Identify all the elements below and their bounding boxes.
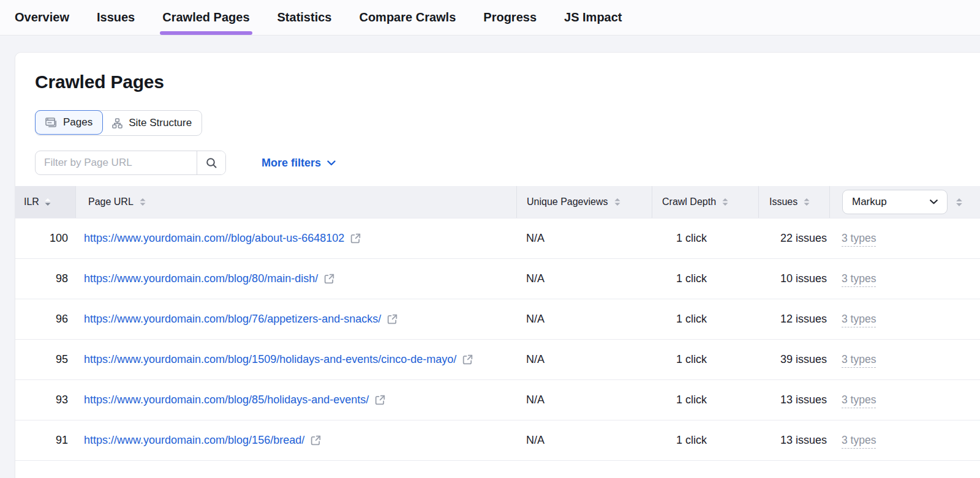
table-header: ILR Page URL Unique Page [15,186,980,218]
column-label: Unique Pageviews [527,196,608,207]
markup-types-link[interactable]: 3 types [842,394,876,408]
top-nav: Overview Issues Crawled Pages Statistics… [0,0,980,35]
tab-progress[interactable]: Progress [483,0,537,35]
page-url-cell: https://www.yourdomain.com/blog/85/holid… [75,392,516,408]
pages-view-button[interactable]: Pages [35,110,103,135]
ilr-value: 98 [15,272,75,285]
column-header-crawl-depth[interactable]: Crawl Depth [652,186,758,218]
sort-icon [140,198,146,206]
external-link-icon[interactable] [462,354,473,365]
tab-label: JS Impact [564,10,622,24]
url-filter-input[interactable] [36,151,197,174]
filter-row: More filters [35,151,980,175]
unique-pageviews-value: N/A [516,434,652,447]
sort-icon[interactable] [956,198,963,207]
column-header-markup: Markup [829,186,980,218]
issues-value: 22 issues [758,232,829,245]
column-label: Issues [769,196,797,207]
markup-types-link[interactable]: 3 types [842,232,876,247]
issues-value: 10 issues [758,272,829,285]
table-row: 96 https://www.yourdomain.com/blog/76/ap… [15,299,980,339]
search-button[interactable] [197,151,225,174]
chevron-down-icon [930,200,938,204]
table-row-partial [15,460,980,474]
crawled-pages-panel: Crawled Pages Pages [15,52,980,478]
issues-value: 12 issues [758,313,829,326]
ilr-value: 96 [15,313,75,326]
tab-issues[interactable]: Issues [97,0,135,35]
markup-cell: 3 types [829,313,980,326]
table-row: 91 https://www.yourdomain.com/blog/156/b… [15,420,980,460]
tab-statistics[interactable]: Statistics [277,0,332,35]
column-header-issues[interactable]: Issues [758,186,829,218]
pages-view-label: Pages [63,116,92,129]
page-url-link[interactable]: https://www.yourdomain.com/blog/156/brea… [84,433,304,448]
markup-cell: 3 types [829,394,980,406]
markup-types-link[interactable]: 3 types [842,353,876,368]
column-header-ilr[interactable]: ILR [15,186,75,218]
column-label: Page URL [88,196,134,207]
unique-pageviews-value: N/A [516,272,652,285]
markup-cell: 3 types [829,434,980,447]
ilr-value: 95 [15,353,75,366]
external-link-icon[interactable] [386,313,398,325]
page-title: Crawled Pages [35,71,980,93]
unique-pageviews-value: N/A [516,394,652,406]
crawl-depth-value: 1 click [652,313,758,326]
more-filters-label: More filters [262,157,321,170]
crawl-depth-value: 1 click [652,272,758,285]
page-url-link[interactable]: https://www.yourdomain.com//blog/about-u… [84,231,344,246]
page-url-link[interactable]: https://www.yourdomain.com/blog/1509/hol… [84,352,456,367]
tab-label: Progress [483,10,537,24]
tab-compare-crawls[interactable]: Compare Crawls [359,0,456,35]
page-url-cell: https://www.yourdomain.com/blog/80/main-… [75,271,516,286]
tab-overview[interactable]: Overview [15,0,69,35]
site-structure-view-label: Site Structure [129,117,192,129]
search-icon [206,157,217,169]
markup-cell: 3 types [829,353,980,366]
crawl-depth-value: 1 click [652,353,758,366]
tab-label: Statistics [277,10,332,24]
external-link-icon[interactable] [350,233,361,244]
chevron-down-icon [327,160,336,166]
column-label: ILR [24,196,39,207]
page-url-cell: https://www.yourdomain.com//blog/about-u… [75,231,516,246]
issues-value: 39 issues [758,353,829,366]
unique-pageviews-value: N/A [516,232,652,245]
column-label: Crawl Depth [662,196,716,207]
site-structure-view-button[interactable]: Site Structure [102,111,202,135]
markup-types-link[interactable]: 3 types [842,272,876,287]
tab-label: Issues [97,10,135,24]
external-link-icon[interactable] [323,273,335,285]
column-header-unique-pageviews[interactable]: Unique Pageviews [516,186,652,218]
markup-select-value: Markup [852,196,887,208]
page-url-link[interactable]: https://www.yourdomain.com/blog/76/appet… [84,312,381,327]
table-row: 95 https://www.yourdomain.com/blog/1509/… [15,339,980,379]
markup-types-link[interactable]: 3 types [842,313,876,327]
table-row: 100 https://www.yourdomain.com//blog/abo… [15,218,980,258]
ilr-value: 100 [15,232,75,245]
markup-types-link[interactable]: 3 types [842,434,876,449]
page-url-link[interactable]: https://www.yourdomain.com/blog/80/main-… [84,271,318,286]
ilr-value: 91 [15,434,75,447]
crawl-depth-value: 1 click [652,394,758,406]
tab-crawled-pages[interactable]: Crawled Pages [162,0,249,35]
table-row: 93 https://www.yourdomain.com/blog/85/ho… [15,379,980,420]
sort-icon [804,198,810,206]
column-header-page-url[interactable]: Page URL [75,186,516,218]
tab-label: Compare Crawls [359,10,456,24]
external-link-icon[interactable] [374,394,386,406]
markup-column-select[interactable]: Markup [842,190,948,214]
markup-cell: 3 types [829,232,980,245]
crawl-depth-value: 1 click [652,232,758,245]
page-url-link[interactable]: https://www.yourdomain.com/blog/85/holid… [84,392,369,408]
site-structure-icon [112,118,123,129]
external-link-icon[interactable] [310,435,322,446]
tab-label: Overview [15,10,69,24]
page-url-cell: https://www.yourdomain.com/blog/76/appet… [75,312,516,327]
more-filters-button[interactable]: More filters [262,157,336,170]
table-row: 98 https://www.yourdomain.com/blog/80/ma… [15,258,980,299]
tab-js-impact[interactable]: JS Impact [564,0,622,35]
unique-pageviews-value: N/A [516,353,652,366]
view-toggle: Pages Site Structure [35,110,202,136]
